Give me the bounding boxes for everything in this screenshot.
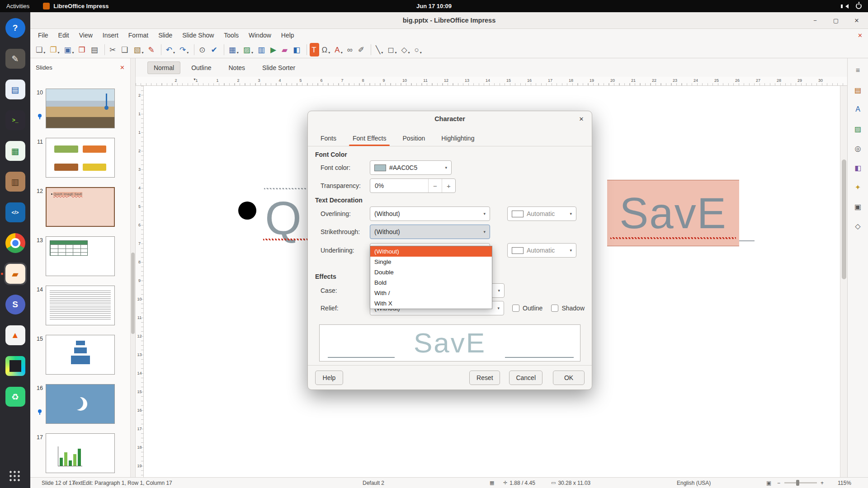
fit-slide-icon[interactable]: ▣: [766, 478, 771, 488]
undo[interactable]: ↶ ▾: [164, 43, 177, 56]
clock[interactable]: Jun 17 10:09: [416, 3, 452, 9]
skype-icon[interactable]: S: [4, 293, 27, 316]
statusbar-slide-style[interactable]: Default 2: [363, 478, 384, 488]
zoom-slider[interactable]: [784, 478, 817, 488]
dropdown-option[interactable]: With /: [370, 288, 492, 298]
new-presentation[interactable]: ❏ ▾: [34, 43, 47, 56]
insert-media[interactable]: ▶: [269, 43, 279, 56]
navigator-deck-icon[interactable]: ◎: [852, 142, 864, 154]
libreoffice-calc-icon[interactable]: ▦: [4, 140, 27, 162]
view-tab[interactable]: Outline: [185, 61, 217, 74]
insert-hyperlink[interactable]: ∞: [345, 43, 355, 56]
new-slide[interactable]: ◧: [291, 43, 303, 56]
menu-item[interactable]: Tools: [219, 29, 244, 42]
animation-deck-icon[interactable]: ✦: [852, 181, 864, 193]
transparency-spinner[interactable]: 0% − +: [370, 178, 456, 193]
insert-fontwork[interactable]: ▰: [280, 43, 290, 56]
shapes-deck-icon[interactable]: ◇: [852, 220, 864, 232]
overlining-color-dropdown[interactable]: Automatic ▾: [507, 206, 576, 221]
insert-table[interactable]: ▦ ▾: [227, 43, 241, 56]
titlebar[interactable]: big.pptx - LibreOffice Impress − ▢ ✕: [30, 12, 868, 29]
selected-text-highlight[interactable]: SavE: [607, 180, 739, 246]
flowchart-shapes[interactable]: ○ ▾: [413, 43, 424, 56]
help-icon[interactable]: ?: [4, 17, 27, 39]
gallery-deck-icon[interactable]: ▨: [852, 123, 864, 135]
view-tab[interactable]: Notes: [222, 61, 251, 74]
slide-thumbnail-13[interactable]: [46, 236, 115, 276]
open-file[interactable]: ❐ ▾: [48, 43, 61, 56]
separator[interactable]: [104, 44, 105, 55]
zoom-percent[interactable]: 115%: [838, 478, 851, 488]
canvas-vertical-scrollbar[interactable]: [840, 86, 847, 477]
insert-text-box[interactable]: T: [310, 43, 319, 56]
copy[interactable]: ❑: [119, 43, 131, 56]
slide-transition-deck-icon[interactable]: ◧: [852, 162, 864, 174]
redo[interactable]: ↷ ▾: [178, 43, 190, 56]
software-icon[interactable]: ♻: [4, 385, 27, 408]
cut[interactable]: ✂: [108, 43, 118, 56]
strikethrough-dropdown[interactable]: (Without) ▾: [370, 225, 490, 239]
slide-thumbnail-15[interactable]: [46, 335, 115, 375]
spelling[interactable]: ✔: [209, 43, 220, 56]
dialog-tab[interactable]: Font Effects: [346, 131, 392, 146]
dialog-header[interactable]: Character ✕: [308, 111, 592, 126]
export-pdf[interactable]: ❒: [77, 43, 88, 56]
underlining-color-dropdown[interactable]: Automatic ▾: [507, 243, 576, 258]
giant-bullet-point[interactable]: [238, 202, 256, 220]
maximize-button[interactable]: ▢: [831, 15, 841, 25]
dropdown-option[interactable]: Single: [370, 257, 492, 267]
slide-thumbnail-12-selected[interactable]: QuicK ImagE SavE: [46, 187, 115, 227]
topbar-app-menu[interactable]: LibreOffice Impress: [43, 3, 108, 9]
zoom-slider-thumb[interactable]: [796, 480, 799, 486]
statusbar-language[interactable]: English (USA): [677, 478, 711, 488]
overlining-dropdown[interactable]: (Without) ▾: [370, 206, 490, 221]
spinner-increase-button[interactable]: +: [442, 179, 455, 192]
gimp-icon[interactable]: ✎: [4, 47, 27, 70]
minimize-button[interactable]: −: [810, 15, 820, 25]
symbol-shapes[interactable]: ◇ ▾: [399, 43, 411, 56]
menu-item[interactable]: Slide Show: [177, 29, 219, 42]
ok-button[interactable]: OK: [553, 371, 585, 385]
dialog-tab[interactable]: Highlighting: [435, 131, 481, 146]
reset-button[interactable]: Reset: [469, 371, 500, 385]
font-color-dropdown[interactable]: #AAC0C5 ▾: [370, 160, 452, 175]
zoom-in-button[interactable]: +: [821, 478, 824, 488]
view-tab[interactable]: Normal: [147, 61, 180, 74]
menu-item[interactable]: Help: [276, 29, 299, 42]
terminal-icon[interactable]: >_: [4, 109, 27, 131]
pycharm-icon[interactable]: [4, 355, 27, 377]
scrollbar-thumb[interactable]: [131, 253, 135, 334]
clone-formatting[interactable]: ✎: [146, 43, 157, 56]
slides-panel-close-icon[interactable]: ✕: [120, 64, 125, 71]
properties-deck-icon[interactable]: ▤: [852, 84, 864, 96]
separator[interactable]: [307, 44, 307, 55]
dropdown-option[interactable]: Double: [370, 267, 492, 277]
dropdown-option[interactable]: With X: [370, 298, 492, 309]
insert-special-character[interactable]: Ω ▾: [320, 43, 332, 56]
dialog-tab[interactable]: Fonts: [314, 131, 343, 146]
slide-thumbnail-10[interactable]: [46, 89, 115, 128]
insert-image[interactable]: ▨ ▾: [241, 43, 255, 56]
statusbar-slide-info[interactable]: Slide 12 of 17: [42, 478, 75, 488]
menu-item[interactable]: Format: [123, 29, 153, 42]
close-button[interactable]: ✕: [852, 15, 862, 25]
menu-item[interactable]: Slide: [153, 29, 177, 42]
libreoffice-impress-icon[interactable]: ▰: [4, 263, 27, 285]
slide-thumbnail-17[interactable]: [46, 433, 115, 473]
print[interactable]: ▤: [89, 43, 101, 56]
slide-thumbnail-11[interactable]: [46, 138, 115, 178]
document-close-icon[interactable]: ✕: [858, 32, 863, 39]
chrome-icon[interactable]: [4, 232, 27, 254]
menu-item[interactable]: File: [33, 29, 53, 42]
scrollbar-thumb[interactable]: [842, 160, 846, 279]
dropdown-option[interactable]: Bold: [370, 277, 492, 288]
styles-deck-icon[interactable]: A: [852, 103, 864, 115]
topbar-status-icons[interactable]: [843, 3, 862, 9]
save[interactable]: ▣ ▾: [62, 43, 76, 56]
slide-thumbnail-16[interactable]: [46, 384, 115, 424]
outline-checkbox[interactable]: Outline: [512, 305, 542, 312]
libreoffice-writer-icon[interactable]: ▤: [4, 78, 27, 101]
shadow-checkbox[interactable]: Shadow: [551, 305, 585, 312]
cancel-button[interactable]: Cancel: [509, 371, 542, 385]
master-slides-deck-icon[interactable]: ▣: [852, 201, 864, 212]
